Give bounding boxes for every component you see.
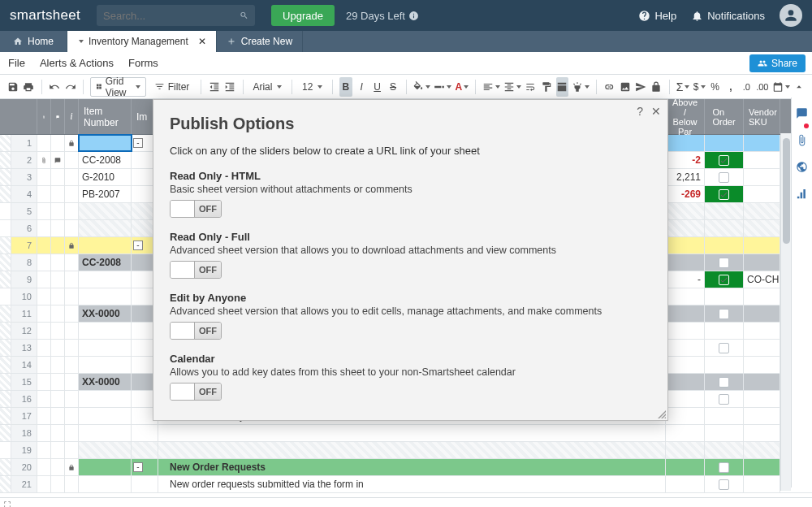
italic-button[interactable]: I bbox=[356, 77, 368, 97]
search-icon bbox=[240, 10, 248, 21]
publish-panel-icon[interactable] bbox=[796, 161, 808, 173]
resize-handle[interactable] bbox=[656, 409, 666, 418]
activity-log-icon[interactable] bbox=[796, 188, 808, 200]
forms-menu[interactable]: Forms bbox=[128, 57, 158, 69]
publish-section: Edit by AnyoneAdvanced sheet version tha… bbox=[170, 292, 651, 341]
lock-icon bbox=[650, 81, 662, 93]
redo-icon bbox=[65, 81, 76, 93]
upgrade-button[interactable]: Upgrade bbox=[271, 5, 335, 26]
percent-button[interactable]: % bbox=[709, 77, 721, 97]
col-on-order[interactable]: On Order bbox=[705, 99, 744, 134]
save-button[interactable] bbox=[6, 77, 19, 97]
undo-button[interactable] bbox=[48, 77, 60, 97]
toggle-switch[interactable]: OFF bbox=[170, 200, 222, 218]
expand-icon[interactable] bbox=[3, 500, 11, 507]
section-description: Allows you to add key dates from this sh… bbox=[170, 366, 651, 378]
task-bar-color-button[interactable] bbox=[434, 77, 451, 97]
table-row[interactable]: 21New order requests submitted via the f… bbox=[0, 476, 812, 493]
chevron-up-icon bbox=[793, 81, 805, 93]
collapse-toolbar-button[interactable] bbox=[793, 77, 806, 97]
table-row[interactable]: 18 bbox=[0, 425, 812, 442]
info-icon bbox=[408, 11, 419, 21]
redo-button[interactable] bbox=[64, 77, 76, 97]
align-button[interactable] bbox=[482, 77, 500, 97]
sum-button[interactable]: Σ bbox=[676, 77, 690, 97]
filter-icon bbox=[154, 81, 165, 92]
send-button[interactable] bbox=[634, 77, 646, 97]
section-description: Basic sheet version without attachments … bbox=[170, 184, 651, 195]
conversations-icon[interactable] bbox=[796, 107, 808, 119]
file-menu[interactable]: File bbox=[8, 57, 25, 69]
format-painter-icon bbox=[541, 81, 552, 93]
decimal-decrease-button[interactable]: .0 bbox=[741, 77, 753, 97]
table-row[interactable]: 20-New Order Requests bbox=[0, 459, 812, 476]
notifications-link[interactable]: Notifications bbox=[691, 10, 765, 22]
format-painter-button[interactable] bbox=[540, 77, 552, 97]
link-button[interactable] bbox=[603, 77, 615, 97]
status-bar bbox=[0, 497, 812, 507]
bold-button[interactable]: B bbox=[339, 77, 352, 97]
col-item-number[interactable]: Item Number bbox=[79, 99, 132, 134]
send-icon bbox=[635, 81, 646, 93]
lock-button[interactable] bbox=[650, 77, 663, 97]
image-button[interactable] bbox=[619, 77, 631, 97]
outdent-button[interactable] bbox=[208, 77, 220, 97]
view-selector[interactable]: Grid View bbox=[90, 77, 146, 97]
table-row[interactable]: 19 bbox=[0, 442, 812, 459]
toggle-switch[interactable]: OFF bbox=[170, 261, 222, 279]
wrap-icon bbox=[525, 81, 536, 93]
help-link[interactable]: Help bbox=[638, 10, 676, 22]
right-activity-bar bbox=[791, 98, 812, 488]
undo-icon bbox=[49, 81, 60, 93]
vertical-scrollbar[interactable] bbox=[780, 133, 791, 491]
toggle-switch[interactable]: OFF bbox=[170, 322, 222, 340]
font-size-selector[interactable]: 12 bbox=[299, 77, 326, 97]
trial-days[interactable]: 29 Days Left bbox=[346, 10, 419, 22]
attachments-panel-icon[interactable] bbox=[796, 134, 808, 146]
tab-menu-caret[interactable] bbox=[79, 40, 84, 43]
top-right-nav: Help Notifications bbox=[638, 4, 802, 27]
toggle-switch[interactable]: OFF bbox=[170, 383, 222, 401]
user-avatar[interactable] bbox=[780, 4, 802, 27]
alerts-menu[interactable]: Alerts & Actions bbox=[40, 57, 114, 69]
sheet-tab-active[interactable]: Inventory Management ✕ bbox=[67, 31, 217, 52]
filter-button[interactable]: Filter bbox=[149, 77, 195, 97]
comment-icon[interactable] bbox=[56, 112, 59, 122]
create-new-tab[interactable]: Create New bbox=[217, 31, 303, 52]
dialog-close-icon[interactable]: ✕ bbox=[651, 105, 661, 118]
clear-format-button[interactable] bbox=[556, 77, 568, 97]
col-above-below[interactable]: Above / Below Par bbox=[666, 99, 705, 134]
share-button[interactable]: Share bbox=[749, 54, 806, 72]
search-box[interactable] bbox=[97, 5, 255, 26]
plus-icon bbox=[227, 37, 236, 46]
publish-options-dialog: ? ✕ Publish Options Click on any of the … bbox=[153, 99, 668, 421]
currency-button[interactable]: $ bbox=[693, 77, 705, 97]
decimal-increase-button[interactable]: .00 bbox=[756, 77, 768, 97]
formatting-toolbar: Grid View Filter Arial 12 B I U S A Σ $ … bbox=[0, 75, 812, 99]
bell-icon bbox=[691, 10, 703, 22]
dialog-help-icon[interactable]: ? bbox=[637, 105, 643, 118]
strikethrough-button[interactable]: S bbox=[387, 77, 399, 97]
col-vendor-sku[interactable]: Vendor SKU bbox=[744, 99, 780, 134]
underline-button[interactable]: U bbox=[371, 77, 383, 97]
section-title: Edit by Anyone bbox=[170, 292, 651, 304]
section-title: Read Only - Full bbox=[170, 231, 651, 243]
thousands-button[interactable]: , bbox=[724, 77, 736, 97]
search-input[interactable] bbox=[103, 10, 240, 22]
close-tab-icon[interactable]: ✕ bbox=[198, 36, 206, 47]
section-description: Advanced sheet version that allows you t… bbox=[170, 306, 651, 317]
indent-button[interactable] bbox=[223, 77, 235, 97]
attachment-icon[interactable] bbox=[42, 112, 45, 122]
print-button[interactable] bbox=[22, 77, 34, 97]
date-format-button[interactable] bbox=[772, 77, 790, 97]
wrap-button[interactable] bbox=[525, 77, 537, 97]
highlight-button[interactable] bbox=[572, 77, 590, 97]
clear-format-icon bbox=[556, 81, 568, 93]
bg-color-button[interactable] bbox=[412, 77, 430, 97]
home-tab[interactable]: Home bbox=[0, 31, 67, 52]
font-selector[interactable]: Arial bbox=[249, 77, 285, 97]
valign-button[interactable] bbox=[503, 77, 521, 97]
scrollbar-thumb[interactable] bbox=[783, 138, 790, 244]
section-title: Calendar bbox=[170, 353, 651, 365]
text-color-button[interactable]: A bbox=[455, 77, 469, 97]
